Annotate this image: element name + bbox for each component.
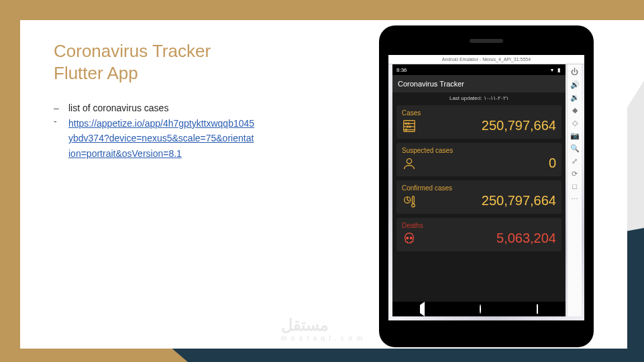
svg-point-5: [408, 123, 409, 124]
skull-icon: [402, 231, 417, 246]
slide-card: Coronavirus Tracker Flutter App – list o…: [20, 20, 627, 349]
demo-link[interactable]: https://appetize.io/app/4h7gptykttxwqqb1…: [68, 118, 254, 159]
svg-point-8: [405, 129, 407, 130]
thermo-icon: [402, 194, 417, 208]
svg-point-6: [407, 126, 408, 127]
stat-card-deaths: Deaths5,063,204: [396, 218, 561, 251]
bullet-dash: -: [54, 116, 68, 161]
android-navbar: [392, 302, 566, 316]
status-icons: ▾ ▮: [551, 67, 561, 73]
svg-point-13: [407, 237, 409, 239]
stat-label: Confirmed cases: [402, 184, 556, 192]
bullet-text-1: list of coronavirus cases: [68, 103, 255, 113]
siderail-icon[interactable]: ⤢: [572, 158, 578, 165]
siderail-icon[interactable]: 🔉: [570, 94, 580, 101]
svg-point-4: [405, 123, 407, 124]
stat-card-suspected-cases: Suspected cases0: [396, 143, 561, 176]
siderail-icon[interactable]: ⟳: [572, 170, 578, 178]
bullet-dash: –: [54, 103, 68, 113]
nav-back-icon[interactable]: [420, 305, 425, 313]
svg-point-9: [407, 159, 411, 164]
siderail-icon[interactable]: □: [572, 183, 577, 190]
siderail-icon[interactable]: 🔍: [570, 145, 580, 152]
svg-rect-11: [413, 196, 415, 204]
app-bar: Coronavirus Tracker: [392, 75, 566, 93]
nav-recent-icon[interactable]: [537, 305, 538, 313]
person-icon: [402, 156, 417, 171]
siderail-icon[interactable]: 📷: [570, 132, 580, 139]
siderail-icon[interactable]: ⋯: [571, 196, 578, 203]
nav-home-icon[interactable]: [480, 305, 481, 313]
stat-card-cases: Cases250,797,664: [396, 105, 561, 139]
stat-value: 0: [422, 156, 556, 171]
siderail-icon[interactable]: 🔊: [570, 81, 580, 88]
bullet-list: – list of coronavirus cases - https://ap…: [54, 103, 255, 161]
siderail-icon[interactable]: ◆: [572, 107, 578, 114]
stat-label: Suspected cases: [402, 147, 556, 154]
stat-value: 5,063,204: [422, 231, 556, 246]
stat-value: 250,797,664: [422, 118, 556, 133]
svg-point-7: [409, 126, 411, 127]
stat-card-confirmed-cases: Confirmed cases250,797,664: [396, 180, 561, 214]
watermark: مستقل mostaql.com: [281, 316, 367, 342]
stat-label: Cases: [402, 109, 556, 117]
last-updated: Last updated: ٢٠٢١-١١-١٠: [392, 93, 566, 105]
svg-point-12: [412, 204, 415, 207]
stat-value: 250,797,664: [422, 193, 556, 208]
status-time: 8:36: [396, 67, 407, 73]
emulator-title: Android Emulator - Nexus_4_API_31:5554: [388, 55, 584, 64]
siderail-icon[interactable]: ⏻: [571, 68, 578, 76]
slide-title: Coronavirus Tracker Flutter App: [54, 40, 255, 84]
emulator-siderail: ⏻🔊🔉◆◇📷🔍⤢⟳□⋯: [567, 64, 582, 316]
app-window: 8:36 ▾ ▮ Coronavirus Tracker Last update…: [392, 64, 566, 316]
siderail-icon[interactable]: ◇: [572, 119, 578, 127]
abacus-icon: [402, 119, 417, 133]
status-bar: 8:36 ▾ ▮: [392, 64, 566, 75]
stat-label: Deaths: [402, 222, 556, 229]
phone-frame: Android Emulator - Nexus_4_API_31:5554 8…: [379, 25, 594, 347]
svg-point-14: [410, 237, 412, 239]
